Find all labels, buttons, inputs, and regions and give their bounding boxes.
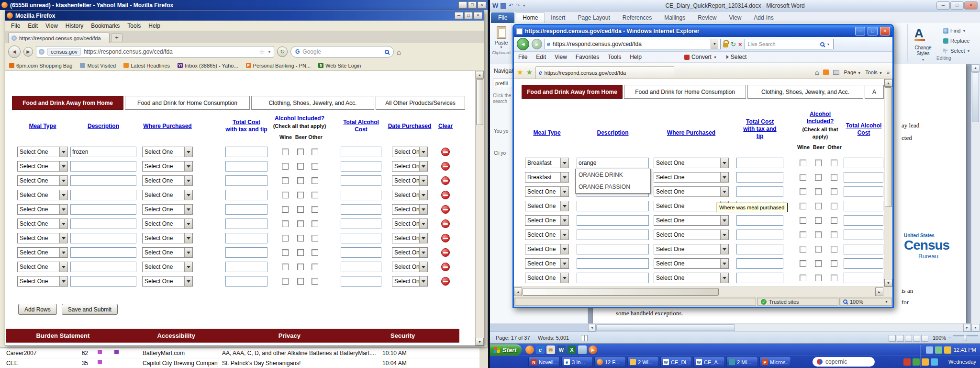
where-purchased-select[interactable]: Select One <box>142 247 193 258</box>
total-cost-input[interactable] <box>225 204 267 215</box>
description-input[interactable] <box>70 276 136 287</box>
select-button[interactable]: Select ▼ <box>943 48 970 54</box>
alcohol-cost-input[interactable] <box>341 175 381 186</box>
browser-tab[interactable]: e https://respond.census.gov/ced/fda <box>535 66 674 79</box>
total-cost-input[interactable] <box>736 186 783 197</box>
ribbon-tab[interactable]: Mailings <box>658 12 691 23</box>
scroll-thumb[interactable] <box>523 288 719 296</box>
beer-checkbox[interactable] <box>815 174 822 181</box>
messenger-icon[interactable] <box>931 358 938 366</box>
forward-button[interactable]: ► <box>532 39 542 49</box>
view-fullscreen-icon[interactable] <box>897 335 904 342</box>
meal-type-select[interactable]: Select One <box>17 247 68 258</box>
forward-button[interactable]: ► <box>23 47 33 57</box>
minimize-button[interactable]: ─ <box>458 1 467 9</box>
add-rows-button[interactable]: Add Rows <box>18 304 57 315</box>
alcohol-cost-input[interactable] <box>341 276 381 287</box>
mail-folder-name[interactable]: CEE <box>6 360 64 367</box>
clear-row-button[interactable] <box>441 191 450 199</box>
beer-checkbox[interactable] <box>815 160 822 166</box>
add-favorite-icon[interactable]: ★ <box>526 66 532 79</box>
zoom-out-icon[interactable]: − <box>948 334 951 340</box>
date-purchased-select[interactable]: Select One <box>392 247 428 258</box>
paste-button[interactable]: Paste <box>491 40 512 46</box>
alcohol-cost-input[interactable] <box>341 247 381 258</box>
clock-day[interactable]: Wednesday <box>948 359 976 365</box>
alcohol-cost-input[interactable] <box>341 147 381 157</box>
other-checkbox[interactable] <box>831 188 837 195</box>
view-web-layout-icon[interactable] <box>905 335 912 342</box>
home-button[interactable]: ⌂ <box>397 48 401 56</box>
total-cost-input[interactable] <box>225 262 267 272</box>
search-dropdown-icon[interactable]: ▼ <box>827 43 830 46</box>
taskbar-window-button[interactable]: NNovell... <box>528 357 560 367</box>
view-draft-icon[interactable] <box>921 335 928 342</box>
alcohol-cost-input[interactable] <box>844 230 883 240</box>
description-input[interactable] <box>577 258 649 269</box>
beer-checkbox[interactable] <box>815 275 822 281</box>
close-button[interactable]: × <box>474 12 482 19</box>
replace-button[interactable]: Replace <box>943 38 969 44</box>
clear-row-button[interactable] <box>441 162 450 171</box>
page-indicator[interactable]: Page: 17 of 37 <box>496 335 530 341</box>
taskbar-window-button[interactable]: 2 Mi... <box>726 357 758 367</box>
taskbar-window-button[interactable]: 2 Wi... <box>627 357 659 367</box>
minimize-button[interactable]: ─ <box>936 1 950 10</box>
scroll-thumb[interactable] <box>972 72 979 122</box>
description-input[interactable] <box>70 247 136 258</box>
site-identity-chip[interactable]: census.gov <box>47 48 81 56</box>
paste-icon[interactable] <box>497 26 506 39</box>
ribbon-tab[interactable]: File <box>491 12 514 23</box>
scrollbar[interactable]: ▲ ▼ <box>884 79 892 287</box>
menu-item[interactable]: File <box>7 22 24 30</box>
alcohol-cost-input[interactable] <box>341 262 381 272</box>
menu-item[interactable]: Tools <box>603 53 625 61</box>
other-checkbox[interactable] <box>312 235 318 242</box>
tab-all-other[interactable]: A <box>865 85 884 99</box>
total-cost-input[interactable] <box>225 233 267 243</box>
scroll-up-icon[interactable]: ▲ <box>884 79 892 87</box>
date-purchased-select[interactable]: Select One <box>392 233 428 243</box>
description-input[interactable] <box>577 230 649 240</box>
description-input[interactable] <box>70 161 136 172</box>
maximize-button[interactable]: □ <box>950 1 964 10</box>
description-input[interactable] <box>577 215 649 226</box>
new-tab-button[interactable]: + <box>111 34 122 42</box>
wine-checkbox[interactable] <box>282 192 289 198</box>
close-button[interactable]: × <box>964 1 978 10</box>
scroll-thumb[interactable] <box>596 324 735 331</box>
word-titlebar[interactable]: W ↶ ↷ ▼ CE_Diary_QuickReport_120314.docx… <box>490 0 980 12</box>
where-purchased-select[interactable]: Select One <box>654 244 729 254</box>
url-text[interactable]: https://respond.census.gov/ced/fda <box>553 41 708 47</box>
total-cost-input[interactable] <box>225 161 267 172</box>
ribbon-tab[interactable]: Insert <box>545 12 571 23</box>
menu-item[interactable]: Bookmarks <box>87 22 123 30</box>
bookmark-item[interactable]: PPersonal Banking - PN... <box>246 63 311 69</box>
footer-link[interactable]: Burden Statement <box>6 332 120 339</box>
where-purchased-select[interactable]: Select One <box>142 262 193 272</box>
wine-checkbox[interactable] <box>800 217 806 224</box>
other-checkbox[interactable] <box>312 163 318 170</box>
security-icon[interactable] <box>944 346 951 354</box>
meal-type-select[interactable]: Select One <box>525 230 569 240</box>
meal-type-select[interactable]: Breakfast <box>525 172 569 183</box>
tab-food-home-consumption[interactable]: Food and Drink for Home Consumption <box>624 85 746 99</box>
menu-item[interactable]: Help <box>625 53 646 61</box>
navigation-result[interactable]: Cli yo <box>494 150 513 156</box>
other-checkbox[interactable] <box>312 264 318 270</box>
description-input[interactable]: frozen <box>70 147 136 157</box>
reload-button[interactable]: ↻ <box>277 46 288 57</box>
vertical-scrollbar[interactable]: ▲ ▼ <box>971 64 980 332</box>
wine-checkbox[interactable] <box>800 260 806 267</box>
favorites-star-icon[interactable]: ★ <box>517 66 523 79</box>
taskbar-window-button[interactable]: WCE_A... <box>693 357 725 367</box>
wine-checkbox[interactable] <box>800 160 806 166</box>
zoom-level[interactable]: 100% <box>933 335 946 341</box>
other-checkbox[interactable] <box>831 160 837 166</box>
alcohol-cost-input[interactable] <box>844 172 883 183</box>
date-purchased-select[interactable]: Select One <box>392 147 428 157</box>
internet-explorer-icon[interactable]: e <box>536 345 545 354</box>
tab-clothing[interactable]: Clothing, Shoes, Jewelry, and Acc. <box>251 96 374 110</box>
meal-type-select[interactable]: Select One <box>525 273 569 283</box>
meal-type-select[interactable]: Select One <box>17 147 68 157</box>
